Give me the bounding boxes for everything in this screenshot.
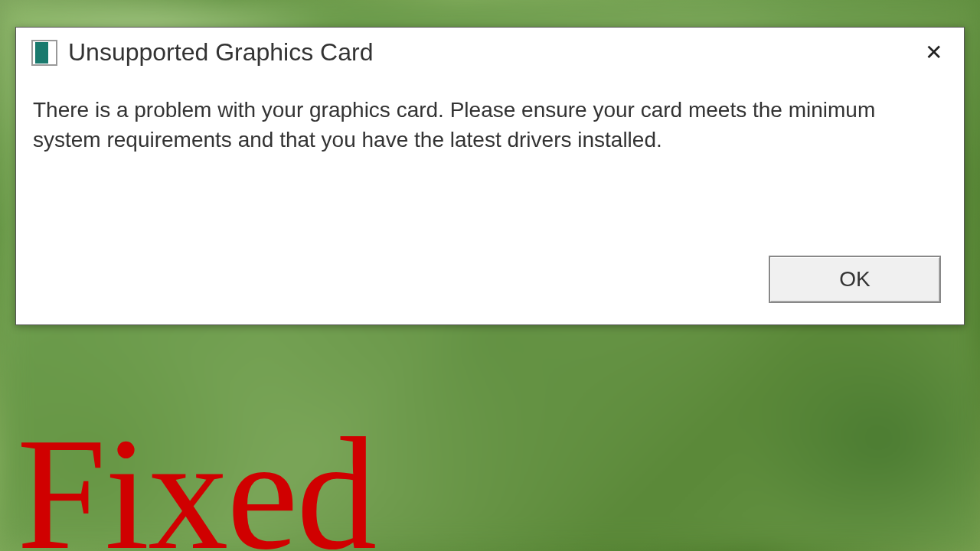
dialog-message: There is a problem with your graphics ca… xyxy=(16,74,964,162)
app-icon-inner xyxy=(35,42,48,64)
title-left: Unsupported Graphics Card xyxy=(31,38,373,67)
close-icon[interactable]: ✕ xyxy=(919,40,949,65)
title-bar: Unsupported Graphics Card ✕ xyxy=(16,28,964,74)
button-row: OK xyxy=(769,256,941,303)
error-dialog: Unsupported Graphics Card ✕ There is a p… xyxy=(15,27,965,325)
overlay-caption: Fixed xyxy=(17,413,375,551)
window-title: Unsupported Graphics Card xyxy=(68,38,373,67)
app-icon xyxy=(31,40,57,66)
ok-button[interactable]: OK xyxy=(769,256,941,303)
